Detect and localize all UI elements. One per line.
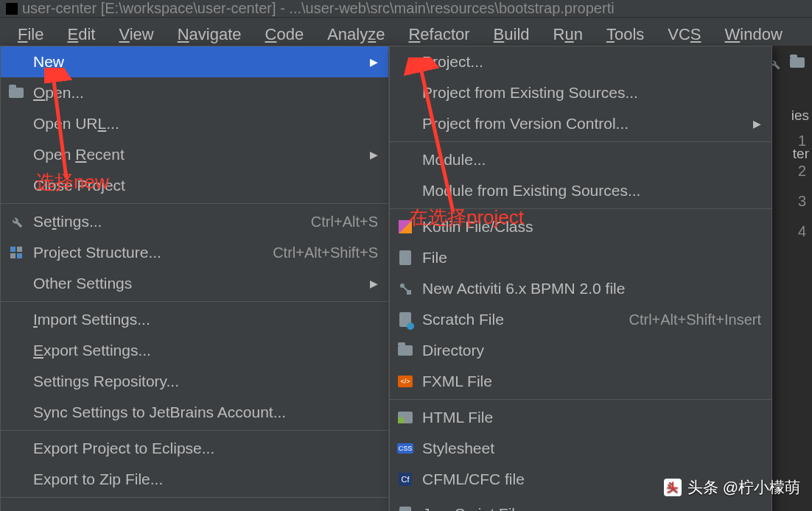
menu-view[interactable]: View xyxy=(107,21,165,49)
file-new-label: New xyxy=(33,53,64,71)
menu-window[interactable]: Window xyxy=(713,21,794,49)
scratch-icon xyxy=(397,311,413,328)
svg-rect-2 xyxy=(10,253,15,258)
new-scratch[interactable]: Scratch File Ctrl+Alt+Shift+Insert xyxy=(390,304,771,335)
file-open[interactable]: Open... xyxy=(1,77,388,108)
label: Project... xyxy=(422,53,483,71)
shortcut: Ctrl+Alt+Shift+S xyxy=(273,244,378,261)
shortcut: Ctrl+Alt+S xyxy=(311,214,378,230)
label: Module from Existing Sources... xyxy=(422,182,640,200)
new-activiti[interactable]: New Activiti 6.x BPMN 2.0 file xyxy=(390,273,771,304)
file-export-eclipse[interactable]: Export Project to Eclipse... xyxy=(1,433,388,464)
new-fxml[interactable]: </> FXML File xyxy=(390,366,771,397)
label: Module... xyxy=(422,151,486,169)
file-sync-settings[interactable]: Sync Settings to JetBrains Account... xyxy=(1,397,388,428)
separator xyxy=(1,203,388,204)
submenu-arrow-icon: ▶ xyxy=(753,118,761,130)
label: New Activiti 6.x BPMN 2.0 file xyxy=(422,280,625,297)
label: Project from Existing Sources... xyxy=(422,84,638,102)
svg-rect-3 xyxy=(17,253,22,258)
menu-run[interactable]: Run xyxy=(542,21,595,49)
label: Sync Settings to JetBrains Account... xyxy=(33,403,286,421)
file-export-zip[interactable]: Export to Zip File... xyxy=(1,464,388,495)
separator xyxy=(390,141,771,142)
separator xyxy=(1,430,388,431)
menu-build[interactable]: Build xyxy=(482,21,542,49)
watermark-logo-icon: 头 xyxy=(664,479,682,496)
svg-rect-0 xyxy=(10,247,15,252)
menu-code[interactable]: Code xyxy=(253,21,316,49)
file-other-settings[interactable]: Other Settings ▶ xyxy=(1,268,388,299)
separator xyxy=(390,399,771,400)
new-html[interactable]: HTML File xyxy=(390,402,771,433)
label: HTML File xyxy=(422,409,493,426)
label: FXML File xyxy=(422,373,492,390)
watermark: 头 头条 @柠小檬萌 xyxy=(664,477,800,498)
folder-icon[interactable] xyxy=(790,57,805,68)
title-bar: user-center [E:\workspace\user-center] -… xyxy=(0,0,812,18)
new-directory[interactable]: Directory xyxy=(390,335,771,366)
label: Export to Zip File... xyxy=(33,471,163,488)
new-project-existing[interactable]: Project from Existing Sources... xyxy=(390,77,771,108)
file-close-project[interactable]: Close Project xyxy=(1,170,388,201)
line-numbers: 1 2 3 4 xyxy=(798,133,806,253)
new-submenu: Project... Project from Existing Sources… xyxy=(389,46,772,511)
label: JavaScript File xyxy=(422,505,524,512)
file-open-url[interactable]: Open URL... xyxy=(1,108,388,139)
separator xyxy=(1,301,388,302)
menu-refactor[interactable]: Refactor xyxy=(396,21,481,49)
file-new[interactable]: New ▶ xyxy=(1,46,388,77)
label: Export Project to Eclipse... xyxy=(33,440,214,457)
menu-vcs[interactable]: VCS xyxy=(656,21,713,49)
new-stylesheet[interactable]: CSS Stylesheet xyxy=(390,433,771,464)
menu-analyze[interactable]: Analyze xyxy=(315,21,396,49)
label: Stylesheet xyxy=(422,440,494,457)
file-settings[interactable]: Settings... Ctrl+Alt+S xyxy=(1,206,388,237)
file-project-structure[interactable]: Project Structure... Ctrl+Alt+Shift+S xyxy=(1,237,388,268)
file-open-recent[interactable]: Open Recent ▶ xyxy=(1,139,388,170)
toolbar-right xyxy=(768,57,805,71)
file-save-all[interactable]: Save All Ctrl+S xyxy=(1,500,388,511)
label: File xyxy=(422,249,447,267)
file-import-settings[interactable]: Import Settings... xyxy=(1,304,388,335)
bg-text-ies: ies xyxy=(791,108,809,124)
new-file[interactable]: File xyxy=(390,242,771,273)
submenu-arrow-icon: ▶ xyxy=(370,56,378,68)
file-settings-repo[interactable]: Settings Repository... xyxy=(1,366,388,397)
svg-rect-1 xyxy=(17,247,22,252)
file-dropdown: New ▶ Open... Open URL... Open Recent ▶ … xyxy=(0,46,389,511)
label: Scratch File xyxy=(422,311,504,328)
css-icon: CSS xyxy=(397,440,413,457)
label: Settings Repository... xyxy=(33,373,179,390)
app-icon xyxy=(6,3,18,15)
new-project-vcs[interactable]: Project from Version Control... ▶ xyxy=(390,108,771,139)
new-kotlin[interactable]: Kotlin File/Class xyxy=(390,211,771,242)
shortcut: Ctrl+Alt+Shift+Insert xyxy=(629,311,761,328)
bpmn-icon xyxy=(397,281,413,297)
submenu-arrow-icon: ▶ xyxy=(370,278,378,289)
new-module[interactable]: Module... xyxy=(390,144,771,175)
html-icon xyxy=(397,409,413,426)
fxml-icon: </> xyxy=(397,373,413,390)
window-title: user-center [E:\workspace\user-center] -… xyxy=(22,0,615,17)
folder-open-icon xyxy=(8,85,24,101)
js-icon xyxy=(397,506,413,512)
file-export-settings[interactable]: Export Settings... xyxy=(1,335,388,366)
submenu-arrow-icon: ▶ xyxy=(370,149,378,161)
label: CFML/CFC file xyxy=(422,471,525,488)
new-module-existing[interactable]: Module from Existing Sources... xyxy=(390,175,771,206)
svg-line-6 xyxy=(404,287,407,291)
watermark-text: 头条 @柠小檬萌 xyxy=(687,477,800,498)
menu-edit[interactable]: Edit xyxy=(55,21,107,49)
menu-navigate[interactable]: Navigate xyxy=(166,21,253,49)
label: Kotlin File/Class xyxy=(422,218,533,236)
project-structure-icon xyxy=(8,244,24,261)
menu-tools[interactable]: Tools xyxy=(595,21,656,49)
menu-file[interactable]: File xyxy=(6,21,55,49)
label: Project from Version Control... xyxy=(422,115,629,133)
separator xyxy=(390,208,771,209)
cfml-icon: Cf xyxy=(397,471,413,487)
folder-icon xyxy=(397,342,413,359)
new-project[interactable]: Project... xyxy=(390,46,771,77)
label: Other Settings xyxy=(33,275,132,292)
